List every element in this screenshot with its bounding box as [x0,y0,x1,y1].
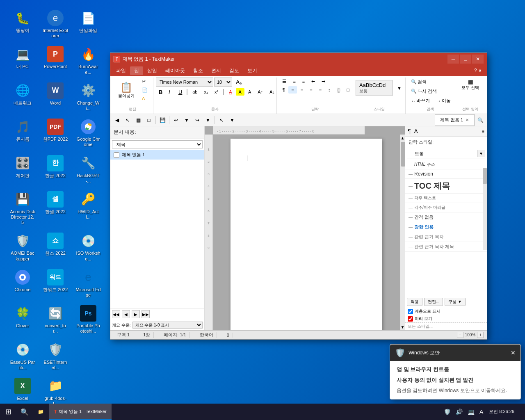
go-button[interactable]: → 이동 [434,96,454,105]
icon-clover[interactable]: 🍀 Clover [8,304,37,336]
tab-close-button[interactable]: ✕ [466,118,469,122]
menu-layout[interactable]: 레이아웃 [161,66,189,75]
strikethrough-button[interactable]: ab [189,88,200,96]
preview-checkbox[interactable] [408,316,413,322]
hierarchical-checkbox[interactable] [408,309,413,314]
panel-options[interactable]: ≡ [482,129,484,134]
icon-convert[interactable]: 🔄 convert_for... [41,304,70,336]
nav-last-button[interactable]: ▶▶ [142,310,150,318]
status-zoom-in[interactable]: + [477,332,484,338]
icon-ie[interactable]: e Internet Explorer [41,8,70,40]
copy-button[interactable]: 📄 [139,86,151,94]
icon-msedge[interactable]: e Microsoft Edge [74,267,103,299]
bullets-button[interactable]: ☰ [279,78,289,85]
taskbar-shield-icon[interactable]: 🛡️ [442,407,452,417]
cut-button[interactable]: ✂ [139,78,151,85]
icon-danilpaeil[interactable]: 📄 단일파일 [74,8,103,40]
doc-page[interactable] [231,139,382,330]
icon-easeus[interactable]: 💿 EaseUS Partiti... [8,340,37,372]
font-size-toggle[interactable]: Aₐ [233,78,244,87]
style-item-no-space[interactable]: — 간격 없음 [405,212,487,222]
nav-prev-button[interactable]: ◀ [122,310,130,318]
paste-button[interactable]: 📋붙여넣기 [114,80,138,100]
border-button[interactable]: □ [344,86,352,94]
icon-hanso[interactable]: 쇼 한소 2022 [41,231,70,263]
doc-area[interactable] [213,135,400,330]
icon-hancel[interactable]: 셀 한셀 2022 [41,189,70,227]
nav-item-document[interactable]: 제목 없음 1 [110,150,204,160]
status-zoom-out[interactable]: − [457,332,463,338]
configure-style-button[interactable]: 구성 ▼ [445,298,466,306]
toolbar-cursor-dropdown[interactable]: ▼ [227,115,237,125]
bold-button[interactable]: B [156,87,165,96]
underline-button[interactable]: U [176,87,185,96]
icon-hanword2022[interactable]: 워드 한워드 2022 [41,267,70,299]
taskbar-clock[interactable]: 오전 8:26:26 [486,409,517,415]
style-item-related-title[interactable]: — 관련 근거 목차 제목 [405,242,487,252]
shading-button[interactable]: ░ [334,86,343,94]
start-button[interactable]: ⊞ [0,404,16,420]
edit-style-button[interactable]: 편집... [424,298,443,306]
menu-home[interactable]: 집 [130,66,143,75]
icon-acronis[interactable]: 💾 Acronis Disk Director 12.5 [8,189,37,227]
icon-mypc[interactable]: 💻 내 PC [8,44,37,76]
icon-eset[interactable]: 🛡️ ESETInternet... [41,340,70,372]
taskbar-textmaker[interactable]: T 제목 없음 1 - TextMaker [49,404,112,420]
scrollbar-down-arrow[interactable]: ▼ [400,324,405,330]
taskbar-network-icon[interactable]: 💻 [466,407,476,417]
indent-more[interactable]: ➡ [319,78,328,85]
menu-references[interactable]: 참조 [189,66,207,75]
font-size-select[interactable]: 10 [214,78,232,87]
nav-level-select[interactable]: 개요 수준 1-9 표시 [132,322,203,329]
toolbar-cursor[interactable]: ↖ [217,115,226,125]
toolbar-pointer[interactable]: ↖ [123,115,132,125]
menu-file[interactable]: 파일 [112,66,130,75]
style-dropdown[interactable]: ▼ [394,84,404,92]
align-right[interactable]: ≡ [307,86,315,94]
toolbar-redo[interactable]: ↪ [192,115,202,125]
v-scrollbar[interactable]: ▲ ▼ [400,135,405,330]
clear-format-button[interactable]: A [245,88,254,96]
tab-document[interactable]: 제목 없음 1 ✕ [435,115,474,125]
style-filter-dropdown-btn[interactable]: ▼ [477,150,485,157]
menu-help[interactable]: ? ∧ [471,67,485,74]
style-item-strong-quote[interactable]: — 강한 인용 [405,222,487,232]
replace-button[interactable]: ↔ 바꾸기 [408,96,433,105]
style-item-related[interactable]: — 관련 근거 목차 [405,232,487,242]
search-button[interactable]: 🔍 검색 [408,78,429,86]
icon-photoshop[interactable]: Ps Portable Photoshi... [74,304,103,336]
toolbar-search[interactable]: 🔍 [475,115,485,125]
icon-iso[interactable]: 💿 ISO Worksho... [74,231,103,263]
icon-hangul2022[interactable]: 한 한글 2022 [41,153,70,185]
icon-tujiteum[interactable]: 🎵 튜지름 [8,117,37,149]
show-marks-button[interactable]: ¶ [279,86,288,94]
right-panel-scrollbar[interactable] [483,168,487,250]
subscript-button[interactable]: x₂ [201,88,211,96]
maximize-button[interactable]: □ [460,55,471,64]
menu-review[interactable]: 검토 [225,66,243,75]
numbering-button[interactable]: ≡ [290,78,298,85]
taskbar-file-explorer[interactable]: 📁 [33,404,49,420]
nav-item-checkbox[interactable] [114,152,119,158]
icon-powerpoint[interactable]: P PowerPoint [41,44,70,76]
notif-close-button[interactable]: ✕ [511,349,516,356]
style-item-html[interactable]: — HTML 주소 [405,160,487,169]
menu-mail[interactable]: 편지 [207,66,225,75]
style-item-footnote-text[interactable]: — 각주 텍스트 [405,194,487,203]
icon-burnaware[interactable]: 🔥 BurnAware... [74,44,103,76]
icon-hwid[interactable]: 🔑 HWID_Acti... [74,189,103,227]
toolbar-undo-dropdown[interactable]: ▼ [182,115,192,125]
align-left[interactable]: ≡ [288,86,297,94]
italic-button[interactable]: I [166,87,175,96]
taskbar-language-icon[interactable]: A [478,407,485,417]
select-all-button[interactable]: ⬛모두 선택 [458,78,483,98]
right-panel-scrollbar-thumb[interactable] [483,168,487,184]
align-center[interactable]: ≡ [298,86,306,94]
toolbar-save[interactable]: 💾 [158,115,167,125]
style-item-revision[interactable]: — Revision [405,169,487,179]
icon-ddong[interactable]: 🐛 똥당이 [8,8,37,40]
minimize-button[interactable]: ─ [447,55,459,64]
taskbar-speaker-icon[interactable]: 🔊 [454,407,464,417]
nav-filter-dropdown[interactable]: 제목 [112,140,203,148]
nav-next-button[interactable]: ▶ [132,310,140,318]
